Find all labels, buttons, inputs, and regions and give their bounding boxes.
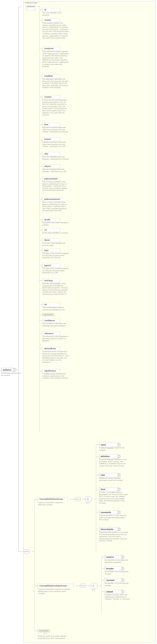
plus-icon[interactable]: +	[118, 474, 120, 476]
connector	[19, 7, 22, 7]
choice-compositor[interactable]: −	[91, 583, 98, 588]
attr-whyuri[interactable]: whyuri	[42, 164, 60, 168]
minus-icon[interactable]: −	[14, 369, 16, 371]
element-audience-label: audience	[3, 369, 11, 371]
element-facet-desc: In NAR 1.8 and later, facet is deprecate…	[99, 491, 128, 504]
attr-creatoruri[interactable]: creatoruri	[42, 47, 60, 50]
minus-icon[interactable]: −	[29, 550, 30, 552]
attr-custom[interactable]: custom	[42, 95, 60, 99]
attr-xmllang[interactable]: xml:lang	[42, 279, 60, 282]
plus-icon[interactable]: +	[118, 444, 120, 446]
attr-type[interactable]: type	[42, 248, 60, 252]
minus-icon[interactable]: −	[79, 498, 80, 500]
connector	[35, 499, 38, 499]
connector	[39, 97, 42, 97]
group-conceptdefinition-desc: A group of properties required to define…	[38, 502, 68, 506]
plus-icon[interactable]: +	[122, 568, 124, 570]
attributes-tab[interactable]: attributes −	[26, 5, 35, 10]
attr-modified[interactable]: modified	[42, 74, 60, 78]
plus-icon[interactable]: +	[122, 579, 124, 582]
connector	[37, 6, 39, 7]
element-audience[interactable]: audience −	[1, 368, 15, 372]
attr-creator[interactable]: creator	[42, 18, 60, 22]
element-name-desc: A natural language name for the concept.	[99, 447, 126, 451]
svg-point-11	[84, 586, 84, 586]
connector	[75, 586, 80, 586]
svg-point-3	[27, 551, 28, 552]
attr-uri[interactable]: uri	[42, 228, 60, 232]
attr-confidence[interactable]: confidence	[42, 319, 60, 322]
attr-pubconstrainturi[interactable]: pubconstrainturi	[42, 198, 62, 201]
occurrence: 0..∞	[92, 589, 95, 591]
element-facet[interactable]: facet+	[99, 487, 119, 491]
sequence-compositor[interactable]: −	[74, 497, 81, 501]
element-note[interactable]: note+	[99, 473, 119, 477]
attr-literal[interactable]: literal	[42, 238, 60, 242]
connector	[39, 348, 42, 349]
plus-icon[interactable]: +	[118, 511, 120, 514]
attr-id[interactable]: id	[42, 8, 60, 12]
element-broader[interactable]: broader+	[105, 567, 122, 571]
element-note-desc: Additional natural language information …	[99, 477, 126, 481]
attr-typeuri[interactable]: typeuri	[42, 264, 60, 268]
attr-why[interactable]: why	[42, 152, 60, 156]
element-narrower[interactable]: narrower+	[105, 578, 122, 582]
plus-icon[interactable]: +	[118, 488, 120, 490]
connector	[102, 557, 105, 557]
minus-icon[interactable]: −	[27, 8, 28, 10]
group-conceptrelationships[interactable]: ConceptRelationshipsGroup −	[38, 584, 73, 588]
element-hierarchyinfo-desc: Represents the position of a concept in …	[99, 531, 129, 542]
attr-howuri[interactable]: howuri	[42, 138, 60, 141]
minus-icon[interactable]: −	[63, 498, 64, 500]
connector	[99, 586, 102, 586]
attr-pubconstraint[interactable]: pubconstraint	[42, 177, 60, 181]
connector	[39, 124, 42, 125]
minus-icon[interactable]: −	[96, 585, 97, 587]
attr-significance[interactable]: significance	[42, 369, 60, 373]
attr-how[interactable]: how	[42, 123, 60, 126]
choice-compositor[interactable]: −	[85, 496, 92, 502]
element-hierarchyinfo[interactable]: hierarchyInfo+	[99, 527, 119, 531]
connector	[102, 592, 105, 592]
connector	[39, 371, 42, 371]
element-remoteinfo[interactable]: remoteInfo+	[99, 510, 119, 514]
connector	[96, 512, 99, 512]
element-name[interactable]: name+	[99, 443, 119, 447]
attr-derivedfrom[interactable]: derivedfrom	[42, 347, 60, 350]
minus-icon[interactable]: −	[67, 585, 68, 587]
svg-point-9	[81, 586, 82, 586]
plus-icon[interactable]: +	[118, 528, 120, 531]
connector	[35, 499, 35, 631]
element-any-other[interactable]: any ##other	[38, 629, 50, 632]
minus-icon[interactable]: −	[90, 498, 91, 500]
audience-type-label: AudienceType	[25, 2, 37, 4]
connector	[96, 456, 99, 456]
attr-derivedfrom-desc: A reference to the concept from which th…	[42, 350, 69, 364]
sequence-compositor[interactable]: −	[23, 549, 30, 553]
connector	[39, 199, 42, 200]
attr-how-desc: Indicates by which means the value was e…	[42, 126, 69, 133]
attr-relevance[interactable]: relevance	[42, 332, 60, 336]
attr-any-other[interactable]: any ##other	[42, 313, 54, 316]
plus-icon[interactable]: +	[118, 455, 120, 458]
minus-icon[interactable]: −	[85, 585, 86, 587]
element-remoteinfo-desc: A link to an item or a web resource whic…	[99, 514, 128, 521]
attr-qcode[interactable]: qcode	[42, 218, 60, 222]
group-conceptdefinition[interactable]: ConceptDefinitionGroup −	[38, 497, 68, 501]
svg-point-2	[26, 551, 27, 552]
connector	[39, 320, 42, 321]
sequence-compositor[interactable]: −	[80, 584, 86, 588]
plus-icon[interactable]: +	[122, 591, 124, 593]
attr-qcode-desc: A qualified code which identifies a conc…	[42, 222, 69, 226]
plus-icon[interactable]: +	[122, 556, 124, 558]
attr-dir[interactable]: dir	[42, 303, 60, 306]
element-sameas[interactable]: sameAs+	[105, 555, 122, 559]
connector	[39, 334, 42, 334]
connector	[32, 551, 35, 552]
element-related[interactable]: related+	[105, 590, 122, 594]
element-definition-desc: A natural language definition of the sem…	[99, 458, 128, 467]
element-definition[interactable]: definition+	[99, 454, 119, 458]
connector	[39, 154, 42, 154]
occurrence: 0..∞	[44, 632, 47, 634]
connector	[39, 139, 42, 140]
